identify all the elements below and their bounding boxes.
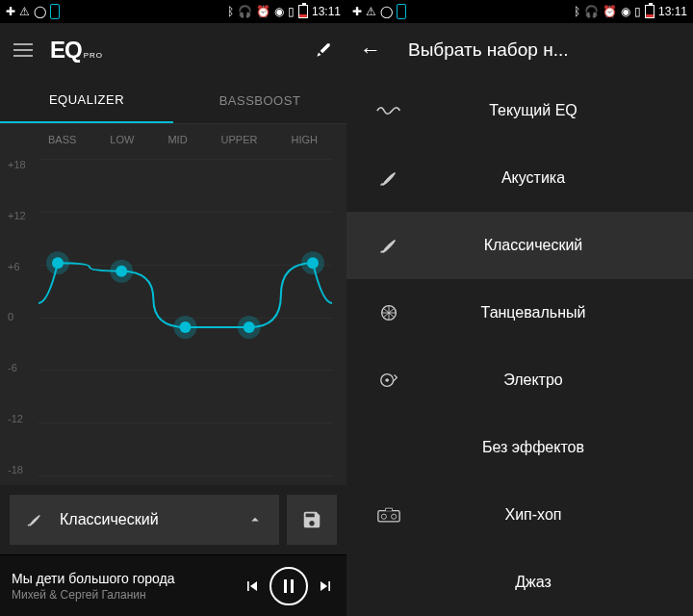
tab-bassboost[interactable]: BASSBOOST (173, 77, 346, 123)
preset-label: Танцевальный (431, 304, 693, 321)
preset-item[interactable]: Акустика (346, 144, 693, 212)
app-bar: EQ PRO (0, 23, 346, 77)
preset-item[interactable]: Без эффектов (346, 414, 693, 481)
preset-list[interactable]: Текущий EQАкустикаКлассическийТанцевальн… (346, 77, 693, 616)
warning-icon: ⚠ (366, 6, 376, 17)
sync-icon: ◯ (34, 6, 46, 17)
prev-button[interactable] (243, 577, 262, 596)
band-labels: BASS LOW MID UPPER HIGH (0, 124, 346, 145)
track-artist: Михей & Сергей Галанин (12, 588, 243, 602)
violin-icon (346, 234, 431, 257)
alarm-icon: ⏰ (603, 6, 617, 17)
wifi-icon: ◉ (274, 6, 284, 17)
bluetooth-icon: ᛒ (227, 6, 234, 17)
track-title: Мы дети большого города (12, 571, 243, 586)
clock: 13:11 (658, 6, 687, 17)
band-label: MID (167, 134, 187, 145)
preset-name: Классический (60, 511, 159, 528)
boombox-icon (346, 506, 431, 524)
signal-icon: ▯ (634, 6, 641, 17)
app-logo: EQ PRO (50, 37, 103, 64)
band-label: HIGH (292, 134, 319, 145)
now-playing-bar[interactable]: Мы дети большого города Михей & Сергей Г… (0, 554, 346, 616)
turntable-icon (346, 370, 431, 391)
headphones-icon: 🎧 (238, 6, 252, 17)
preset-label: Хип-хоп (431, 506, 693, 524)
track-info: Мы дети большого города Михей & Сергей Г… (12, 571, 243, 602)
preset-item[interactable]: Классический (346, 212, 693, 279)
save-button[interactable] (287, 495, 337, 545)
svg-point-7 (244, 321, 255, 333)
wifi-icon: ◉ (621, 6, 630, 17)
app-bar: ← Выбрать набор н... (346, 23, 693, 77)
brush-icon[interactable] (314, 40, 333, 60)
preset-list-screen: ✚ ⚠ ◯ ᛒ 🎧 ⏰ ◉ ▯ 13:11 ← Выбрать набор н.… (346, 0, 693, 616)
preset-item[interactable]: Электро (346, 346, 693, 414)
clock: 13:11 (312, 6, 341, 17)
preset-label: Классический (431, 237, 693, 254)
save-icon (301, 509, 322, 530)
battery-icon (298, 5, 308, 18)
disco-icon (346, 302, 431, 323)
preset-selector[interactable]: Классический (10, 495, 279, 545)
svg-point-3 (116, 266, 127, 277)
svg-point-5 (180, 321, 192, 333)
svg-point-14 (381, 514, 386, 519)
plus-icon: ✚ (352, 6, 362, 17)
status-bar: ✚ ⚠ ◯ ᛒ 🎧 ⏰ ◉ ▯ 13:11 (346, 0, 693, 23)
status-bar: ✚ ⚠ ◯ ᛒ 🎧 ⏰ ◉ ▯ 13:11 (0, 0, 346, 23)
eq-screen: ✚ ⚠ ◯ ᛒ 🎧 ⏰ ◉ ▯ 13:11 EQ PRO EQUALIZER B… (0, 0, 346, 616)
svg-point-15 (392, 514, 397, 519)
preset-item[interactable]: Джаз (346, 549, 693, 616)
tab-bar: EQUALIZER BASSBOOST (0, 77, 346, 123)
preset-item[interactable]: Танцевальный (346, 279, 693, 346)
eq-wave-icon (346, 101, 431, 120)
preset-label: Электро (431, 372, 693, 389)
chevron-up-icon (246, 511, 264, 528)
headphones-icon: 🎧 (584, 6, 599, 17)
bluetooth-icon: ᛒ (574, 6, 580, 17)
phone-icon (397, 4, 406, 19)
band-label: LOW (110, 134, 134, 145)
svg-point-1 (52, 257, 64, 269)
signal-icon: ▯ (288, 6, 295, 17)
battery-icon (645, 5, 654, 18)
preset-label: Джаз (431, 574, 693, 591)
eq-curve[interactable] (38, 159, 332, 448)
hamburger-icon[interactable] (13, 43, 33, 57)
preset-label: Без эффектов (431, 439, 693, 456)
band-label: BASS (48, 134, 76, 145)
svg-point-9 (307, 257, 319, 269)
phone-icon (50, 4, 60, 19)
sync-icon: ◯ (380, 6, 393, 17)
svg-point-12 (385, 378, 389, 382)
y-axis: +18 +12 +6 0 -6 -12 -18 (8, 159, 37, 475)
preset-label: Акустика (431, 169, 693, 187)
warning-icon: ⚠ (19, 6, 30, 17)
tab-equalizer[interactable]: EQUALIZER (0, 77, 173, 123)
preset-row: Классический (0, 485, 346, 554)
violin-icon (25, 510, 44, 529)
band-label: UPPER (221, 134, 258, 145)
pause-button[interactable] (270, 567, 308, 605)
eq-chart[interactable]: BASS LOW MID UPPER HIGH +18 +12 +6 0 -6 … (0, 123, 346, 485)
preset-label: Текущий EQ (431, 102, 693, 119)
logo-text: EQ (50, 37, 82, 64)
screen-title: Выбрать набор н... (408, 39, 569, 61)
plus-icon: ✚ (6, 6, 15, 17)
alarm-icon: ⏰ (256, 6, 270, 17)
back-button[interactable]: ← (360, 38, 381, 63)
preset-item[interactable]: Текущий EQ (346, 77, 693, 144)
preset-item[interactable]: Хип-хоп (346, 481, 693, 549)
guitar-icon (346, 167, 431, 190)
logo-sub: PRO (84, 51, 103, 60)
next-button[interactable] (316, 577, 335, 596)
